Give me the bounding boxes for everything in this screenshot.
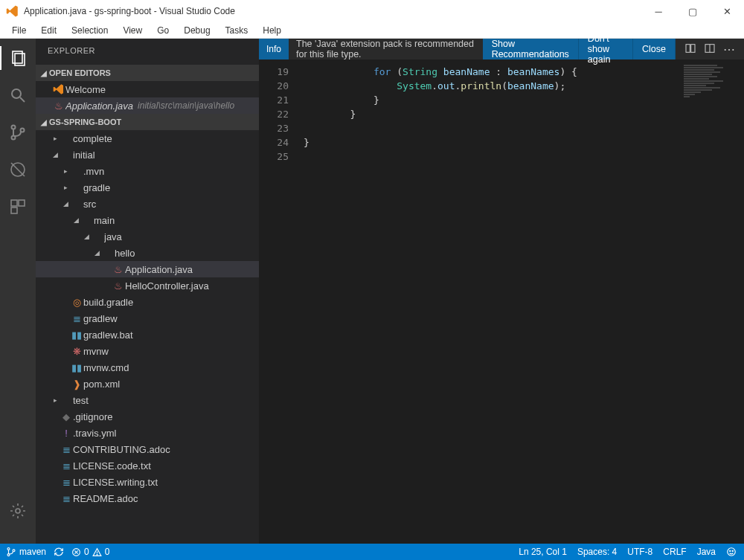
tree-item-label: HelloController.java xyxy=(125,280,209,292)
tree-file[interactable]: ≣LICENSE.code.txt xyxy=(36,457,259,474)
tree-item-label: initial xyxy=(73,149,95,161)
tree-folder[interactable]: ◢java xyxy=(36,228,259,245)
tree-file[interactable]: ≣README.adoc xyxy=(36,490,259,506)
open-editor-item[interactable]: Welcome xyxy=(36,81,259,97)
twistie-icon: ◢ xyxy=(82,233,91,240)
tree-file[interactable]: ♨HelloController.java xyxy=(36,277,259,294)
tree-folder[interactable]: ▸.mvn xyxy=(36,163,259,179)
file-icon: ≣ xyxy=(60,477,73,488)
editor-split-icon[interactable] xyxy=(704,42,716,57)
notification-action-button[interactable]: Show Recommendations xyxy=(483,39,579,59)
tree-folder[interactable]: ◢initial xyxy=(36,147,259,163)
tree-file[interactable]: ▮▮mvnw.cmd xyxy=(36,359,259,376)
twistie-icon: ◢ xyxy=(61,200,70,207)
explorer-sidebar: EXPLORER ◢OPEN EDITORS Welcome♨Applicati… xyxy=(36,39,259,544)
tree-item-label: .gitignore xyxy=(73,411,112,422)
open-editors-header[interactable]: ◢OPEN EDITORS xyxy=(36,65,259,81)
status-spaces[interactable]: Spaces: 4 xyxy=(577,547,617,557)
svg-point-24 xyxy=(97,554,97,555)
tree-file[interactable]: ≣CONTRIBUTING.adoc xyxy=(36,441,259,457)
svg-point-4 xyxy=(12,126,16,129)
activity-settings-icon[interactable] xyxy=(0,499,36,523)
svg-point-12 xyxy=(16,509,20,513)
code-editor[interactable]: 19202122232425 for (String beanName : be… xyxy=(259,60,744,544)
svg-point-5 xyxy=(12,136,16,140)
tree-file[interactable]: ≣LICENSE.writing.txt xyxy=(36,474,259,490)
file-icon: ♨ xyxy=(112,280,125,292)
status-branch-label: maven xyxy=(19,547,46,557)
activity-debug-icon[interactable] xyxy=(0,158,36,181)
status-feedback-icon[interactable] xyxy=(726,547,737,557)
svg-point-27 xyxy=(732,550,733,551)
tree-folder[interactable]: ▸complete xyxy=(36,130,259,147)
menu-file[interactable]: File xyxy=(6,24,32,37)
menu-edit[interactable]: Edit xyxy=(35,24,62,37)
file-icon: ▮▮ xyxy=(70,362,83,373)
status-eol[interactable]: CRLF xyxy=(663,547,686,557)
menu-tasks[interactable]: Tasks xyxy=(219,24,254,37)
editor-area: Info The 'Java' extension pack is recomm… xyxy=(259,39,744,544)
open-editor-label: Welcome xyxy=(65,84,106,95)
svg-point-25 xyxy=(728,548,736,556)
notification-bar: Info The 'Java' extension pack is recomm… xyxy=(259,39,744,60)
tree-folder[interactable]: ◢hello xyxy=(36,245,259,261)
tree-item-label: gradle xyxy=(83,182,110,193)
editor-more-icon[interactable]: ⋯ xyxy=(723,42,735,57)
editor-open-changes-icon[interactable] xyxy=(684,42,696,57)
notification-action-button[interactable]: Close xyxy=(633,39,676,59)
tree-folder[interactable]: ▸gradle xyxy=(36,179,259,196)
tree-item-label: .travis.yml xyxy=(73,428,117,439)
menu-debug[interactable]: Debug xyxy=(178,24,216,37)
tree-item-label: build.gradle xyxy=(83,297,133,308)
open-editor-label: Application.java xyxy=(65,100,133,112)
tree-file[interactable]: ❋mvnw xyxy=(36,343,259,359)
menu-selection[interactable]: Selection xyxy=(65,24,114,37)
status-sync-icon[interactable] xyxy=(54,547,64,557)
activity-git-icon[interactable] xyxy=(0,120,36,144)
minimap[interactable] xyxy=(684,65,740,132)
file-icon: ≣ xyxy=(70,313,83,324)
status-problems[interactable]: 0 0 xyxy=(71,547,109,557)
workspace-label: GS-SPRING-BOOT xyxy=(49,118,121,126)
window-titlebar: Application.java - gs-spring-boot - Visu… xyxy=(0,0,744,22)
menu-go[interactable]: Go xyxy=(151,24,175,37)
tree-file[interactable]: ◆.gitignore xyxy=(36,408,259,425)
file-icon: ≣ xyxy=(60,444,73,455)
activity-extensions-icon[interactable] xyxy=(0,195,36,219)
svg-point-19 xyxy=(13,550,15,552)
workspace-header[interactable]: ◢GS-SPRING-BOOT xyxy=(36,114,259,130)
tree-folder[interactable]: ◢main xyxy=(36,212,259,228)
status-branch[interactable]: maven xyxy=(6,547,46,557)
open-editor-path: initial\src\main\java\hello xyxy=(138,100,234,111)
tree-item-label: pom.xml xyxy=(83,379,120,390)
status-cursor[interactable]: Ln 25, Col 1 xyxy=(519,547,567,557)
tree-item-label: Application.java xyxy=(125,264,193,275)
activity-search-icon[interactable] xyxy=(0,83,36,107)
tree-item-label: hello xyxy=(115,248,135,259)
status-encoding[interactable]: UTF-8 xyxy=(627,547,652,557)
file-icon: ♨ xyxy=(52,100,65,112)
activity-explorer-icon[interactable] xyxy=(0,46,36,70)
tree-file[interactable]: ▮▮gradlew.bat xyxy=(36,326,259,343)
code-lines[interactable]: for (String beanName : beanNames) { Syst… xyxy=(304,60,744,544)
svg-point-6 xyxy=(21,129,25,132)
tree-item-label: java xyxy=(104,231,122,242)
twistie-icon: ▸ xyxy=(51,135,60,142)
tree-file[interactable]: !.travis.yml xyxy=(36,425,259,441)
tree-file[interactable]: ◎build.gradle xyxy=(36,294,259,310)
tree-folder[interactable]: ◢src xyxy=(36,196,259,212)
tree-file[interactable]: ♨Application.java xyxy=(36,261,259,277)
tree-folder[interactable]: ▸test xyxy=(36,392,259,408)
window-minimize-button[interactable]: ─ xyxy=(641,0,676,22)
tree-item-label: mvnw.cmd xyxy=(83,362,129,373)
tree-file[interactable]: ≣gradlew xyxy=(36,310,259,326)
tree-item-label: gradlew xyxy=(83,313,118,324)
status-language[interactable]: Java xyxy=(697,547,716,557)
window-close-button[interactable]: ✕ xyxy=(710,0,744,22)
menu-view[interactable]: View xyxy=(117,24,148,37)
open-editor-item[interactable]: ♨Application.javainitial\src\main\java\h… xyxy=(36,97,259,114)
tree-file[interactable]: ❱pom.xml xyxy=(36,376,259,392)
notification-action-button[interactable]: Don't show again xyxy=(579,39,633,59)
menu-help[interactable]: Help xyxy=(257,24,287,37)
window-maximize-button[interactable]: ▢ xyxy=(676,0,710,22)
